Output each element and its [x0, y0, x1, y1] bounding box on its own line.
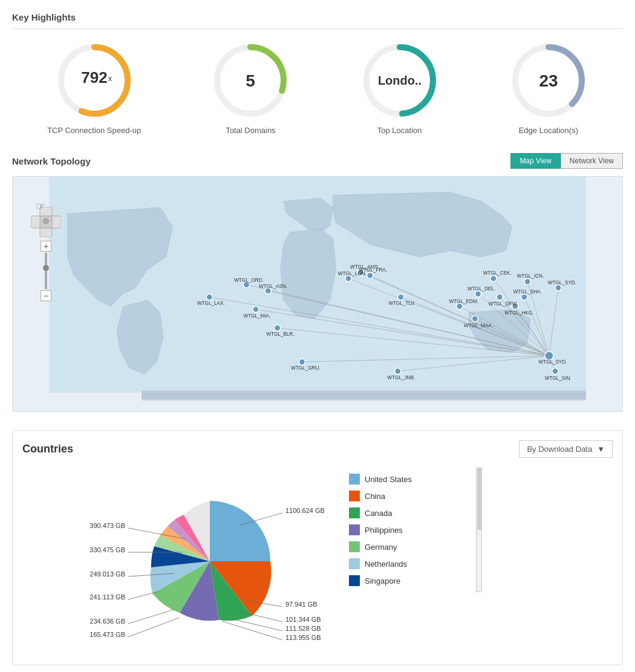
- svg-point-45: [395, 368, 401, 374]
- svg-text:WTGL_GRU.: WTGL_GRU.: [291, 365, 320, 371]
- svg-text:113.955 GB: 113.955 GB: [285, 634, 321, 641]
- network-view-button[interactable]: Network View: [561, 153, 623, 169]
- svg-text:97.941 GB: 97.941 GB: [285, 601, 318, 608]
- svg-point-38: [253, 306, 259, 312]
- svg-text:5: 5: [246, 71, 256, 90]
- key-highlights-title: Key Highlights: [12, 12, 623, 29]
- legend-color-philippines: [349, 524, 360, 535]
- legend-item-china: China: [349, 491, 482, 501]
- location-label: Top Location: [377, 126, 422, 135]
- legend-color-canada: [349, 507, 360, 518]
- tcp-circle: 792 x: [55, 41, 134, 120]
- legend-item-us: United States: [349, 474, 482, 484]
- svg-text:WTGL_CEK.: WTGL_CEK.: [483, 270, 512, 276]
- svg-text:249.013 GB: 249.013 GB: [90, 570, 125, 578]
- topology-title: Network Topology: [12, 156, 91, 166]
- svg-text:WTGL_DEL.: WTGL_DEL.: [467, 286, 495, 292]
- legend-label-canada: Canada: [365, 509, 392, 518]
- svg-text:WTGL_EDM.: WTGL_EDM.: [449, 299, 478, 304]
- highlight-domains: 5 Total Domains: [211, 41, 290, 135]
- dropdown-label: By Download Data: [527, 445, 592, 454]
- svg-point-48: [490, 275, 497, 281]
- svg-point-41: [398, 294, 404, 300]
- legend-item-germany: Germany: [349, 541, 482, 552]
- svg-text:111.528 GB: 111.528 GB: [285, 625, 321, 632]
- svg-point-40: [299, 359, 305, 365]
- svg-point-51: [521, 294, 527, 300]
- svg-rect-80: [142, 391, 586, 399]
- legend-item-canada: Canada: [349, 507, 482, 518]
- legend-label-us: United States: [365, 475, 412, 484]
- svg-text:WTGL_LAX.: WTGL_LAX.: [197, 301, 225, 306]
- pie-chart-area: 390.473 GB 330.475 GB 249.013 GB 241.113…: [22, 468, 337, 655]
- legend-item-singapore: Singapore: [349, 575, 482, 586]
- zoom-slider[interactable]: [45, 253, 47, 289]
- dropdown-arrow-icon: ▼: [597, 445, 605, 454]
- zoom-out-button[interactable]: −: [41, 290, 51, 301]
- countries-content: 390.473 GB 330.475 GB 249.013 GB 241.113…: [22, 468, 613, 655]
- svg-text:⊕: ⊕: [42, 216, 50, 226]
- svg-line-95: [128, 610, 174, 624]
- legend-label-china: China: [365, 492, 385, 501]
- svg-text:234.636 GB: 234.636 GB: [90, 618, 125, 625]
- svg-text:WTGL_MAA.: WTGL_MAA.: [464, 323, 493, 328]
- countries-section: Countries By Download Data ▼: [12, 430, 623, 665]
- edge-circle: 23: [509, 41, 588, 120]
- svg-point-49: [497, 294, 503, 300]
- svg-line-107: [222, 621, 282, 640]
- legend-color-germany: [349, 541, 360, 552]
- legend-scrollbar[interactable]: [476, 468, 482, 592]
- svg-point-46: [475, 291, 481, 297]
- legend-color-us: [349, 474, 360, 484]
- legend-area: United States China Canada Philippines G…: [349, 468, 482, 592]
- legend-item-netherlands: Netherlands: [349, 558, 482, 569]
- svg-text:WTGL_SYD.: WTGL_SYD.: [548, 280, 576, 285]
- legend-color-singapore: [349, 575, 360, 586]
- svg-point-52: [472, 316, 478, 322]
- svg-point-55: [552, 368, 558, 374]
- zoom-controls: + −: [41, 241, 51, 301]
- location-circle: Londo..: [360, 41, 439, 120]
- svg-text:WTGL_SYD.: WTGL_SYD.: [539, 359, 567, 365]
- svg-text:WTGL_ORD.: WTGL_ORD.: [234, 278, 264, 283]
- sort-dropdown-button[interactable]: By Download Data ▼: [519, 440, 613, 458]
- svg-text:390.473 GB: 390.473 GB: [90, 522, 125, 529]
- svg-text:WTGL_MIA.: WTGL_MIA.: [243, 313, 270, 319]
- world-map: WTGL_LAX. WTGL_ORD. WTGL_ASN. WTGL_MIA. …: [13, 177, 622, 411]
- map-controls: ☞ ⊕ + −: [31, 195, 61, 301]
- svg-point-39: [275, 325, 281, 331]
- highlight-edge: 23 Edge Location(s): [509, 41, 588, 135]
- legend-label-netherlands: Netherlands: [365, 559, 407, 569]
- edge-label: Edge Location(s): [519, 126, 578, 135]
- zoom-in-button[interactable]: +: [41, 241, 51, 252]
- scroll-thumb[interactable]: [477, 468, 482, 530]
- svg-text:WTGL_ASN.: WTGL_ASN.: [259, 284, 287, 289]
- legend-color-china: [349, 491, 360, 501]
- hand-cursor-icon: ☞: [36, 200, 45, 213]
- svg-text:1100.624 GB: 1100.624 GB: [285, 507, 325, 514]
- svg-text:WTGL_SHA.: WTGL_SHA.: [513, 289, 542, 295]
- domains-circle: 5: [211, 41, 290, 120]
- svg-text:WTGL_SIN.: WTGL_SIN.: [545, 376, 572, 381]
- svg-text:WTGL_TLV.: WTGL_TLV.: [388, 301, 415, 306]
- highlight-location: Londo.. Top Location: [360, 41, 439, 135]
- svg-point-35: [206, 294, 212, 300]
- legend-label-germany: Germany: [365, 543, 397, 552]
- pie-chart: 390.473 GB 330.475 GB 249.013 GB 241.113…: [22, 468, 337, 649]
- map-view-button[interactable]: Map View: [510, 153, 560, 169]
- legend-color-netherlands: [349, 558, 360, 569]
- map-container[interactable]: WTGL_LAX. WTGL_ORD. WTGL_ASN. WTGL_MIA. …: [12, 176, 623, 412]
- svg-text:23: 23: [539, 71, 558, 90]
- legend-label-philippines: Philippines: [365, 526, 403, 535]
- svg-line-93: [128, 592, 158, 599]
- svg-text:330.475 GB: 330.475 GB: [90, 546, 125, 553]
- view-toggle: Map View Network View: [510, 153, 623, 169]
- svg-text:101.344 GB: 101.344 GB: [285, 616, 321, 623]
- highlight-tcp: 792 x TCP Connection Speed-up: [47, 41, 141, 135]
- svg-point-54: [545, 351, 553, 360]
- countries-title: Countries: [22, 443, 73, 455]
- svg-point-53: [555, 285, 561, 291]
- svg-text:x: x: [108, 74, 112, 83]
- svg-line-105: [231, 619, 282, 631]
- svg-text:WTGL_JNB.: WTGL_JNB.: [387, 375, 415, 380]
